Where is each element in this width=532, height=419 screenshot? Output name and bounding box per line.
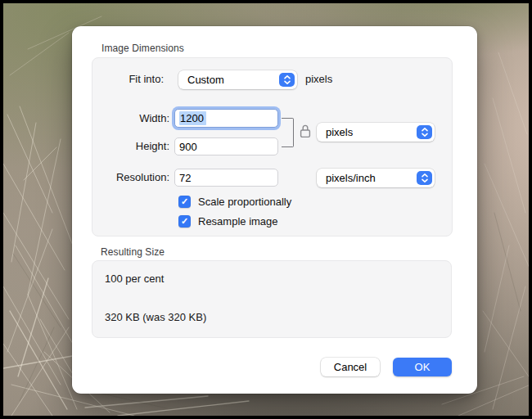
lock-icon[interactable] [300, 124, 311, 142]
fit-into-unit-label: pixels [305, 73, 332, 86]
height-input[interactable]: 900 [174, 137, 278, 155]
resolution-input[interactable]: 72 [174, 169, 278, 187]
resample-image-label: Resample image [198, 215, 278, 228]
size-unit-value: pixels [326, 126, 353, 138]
fit-into-label: Fit into: [105, 73, 164, 86]
height-label: Height: [105, 140, 169, 153]
fit-into-dropdown[interactable]: Custom [178, 70, 297, 89]
stepper-icon [279, 73, 295, 87]
width-label: Width: [105, 112, 169, 125]
adjust-size-dialog: Image Dimensions Fit into: Custom pixels… [72, 26, 477, 394]
stepper-icon [417, 125, 432, 139]
resulting-percent-text: 100 per cent [105, 273, 164, 285]
checkmark-icon: ✓ [181, 217, 188, 226]
fit-into-value: Custom [187, 74, 224, 86]
resolution-unit-value: pixels/inch [326, 172, 376, 184]
cancel-button[interactable]: Cancel [321, 358, 380, 376]
resulting-size-section-label: Resulting Size [101, 246, 165, 258]
dimension-link-bracket [282, 118, 294, 147]
screenshot-frame: Image Dimensions Fit into: Custom pixels… [0, 0, 532, 419]
resolution-value: 72 [179, 172, 191, 184]
width-value: 1200 [179, 111, 206, 125]
image-dimensions-section-label: Image Dimensions [101, 43, 184, 54]
checkmark-icon: ✓ [181, 197, 188, 206]
width-input[interactable]: 1200 [174, 109, 278, 128]
resample-image-checkbox[interactable]: ✓ [178, 215, 191, 228]
scale-proportionally-label: Scale proportionally [198, 196, 291, 208]
stepper-icon [417, 171, 432, 185]
ok-button[interactable]: OK [393, 358, 452, 376]
height-value: 900 [179, 141, 197, 153]
size-unit-dropdown[interactable]: pixels [317, 123, 435, 142]
scale-proportionally-checkbox[interactable]: ✓ [178, 196, 191, 208]
resolution-unit-dropdown[interactable]: pixels/inch [317, 169, 435, 187]
resolution-label: Resolution: [105, 171, 169, 184]
resulting-filesize-text: 320 KB (was 320 KB) [105, 311, 206, 323]
